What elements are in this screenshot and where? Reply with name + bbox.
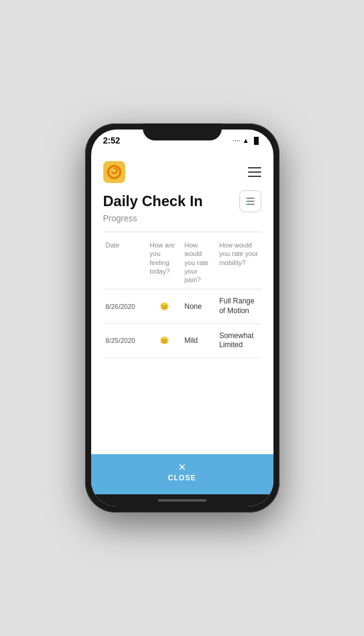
close-label: CLOSE	[168, 474, 196, 482]
wifi-icon: ▲	[242, 137, 249, 144]
list-view-button[interactable]	[239, 190, 261, 212]
app-header	[91, 156, 273, 188]
header-feeling: How are you feeling today?	[147, 236, 182, 289]
cell-date: 8/25/2020	[103, 323, 148, 358]
data-table-container: Date How are you feeling today? How woul…	[91, 236, 273, 454]
phone-frame: 2:52 ···· ▲ ▐▌	[85, 123, 280, 513]
app-content: Daily Check In Progress	[91, 156, 273, 454]
page-title-area: Daily Check In Progress	[91, 188, 273, 228]
cell-mobility: Full Range of Motion	[217, 289, 261, 323]
svg-rect-4	[246, 198, 248, 199]
table-row: 8/25/2020😐MildSomewhat Limited	[103, 323, 261, 358]
header-date: Date	[103, 236, 148, 289]
hamburger-line-3	[248, 176, 261, 177]
table-row: 8/26/2020😐NoneFull Range of Motion	[103, 289, 261, 323]
status-icons: ···· ▲ ▐▌	[233, 134, 261, 144]
cell-pain: Mild	[182, 323, 216, 358]
signal-icon: ····	[233, 137, 240, 144]
battery-icon: ▐▌	[252, 137, 261, 144]
status-time: 2:52	[103, 134, 120, 145]
cell-feeling: 😐	[147, 323, 182, 358]
progress-table: Date How are you feeling today? How woul…	[103, 236, 261, 358]
cell-date: 8/26/2020	[103, 289, 148, 323]
svg-rect-6	[246, 204, 248, 205]
app-logo	[103, 161, 125, 183]
logo-svg	[106, 164, 123, 181]
close-x-icon: ✕	[178, 463, 186, 472]
page-subtitle: Progress	[103, 213, 261, 223]
table-body: 8/26/2020😐NoneFull Range of Motion8/25/2…	[103, 289, 261, 358]
cell-pain: None	[182, 289, 216, 323]
phone-screen: 2:52 ···· ▲ ▐▌	[91, 130, 273, 506]
header-mobility: How would you rate your mobility?	[217, 236, 261, 289]
home-bar	[158, 499, 207, 502]
table-header-row: Date How are you feeling today? How woul…	[103, 236, 261, 289]
hamburger-line-1	[248, 167, 261, 168]
notch	[143, 123, 222, 140]
list-view-icon	[245, 196, 256, 207]
page-title-row: Daily Check In	[103, 190, 261, 212]
header-pain: How would you rate your pain?	[182, 236, 216, 289]
header-divider	[103, 232, 261, 232]
cell-feeling: 😐	[147, 289, 182, 323]
svg-rect-5	[246, 201, 248, 202]
home-indicator	[91, 494, 273, 506]
bottom-close-bar[interactable]: ✕ CLOSE	[91, 454, 273, 494]
cell-mobility: Somewhat Limited	[217, 323, 261, 358]
hamburger-line-2	[248, 171, 261, 173]
hamburger-menu[interactable]	[248, 167, 261, 177]
page-title-text: Daily Check In	[103, 193, 203, 210]
